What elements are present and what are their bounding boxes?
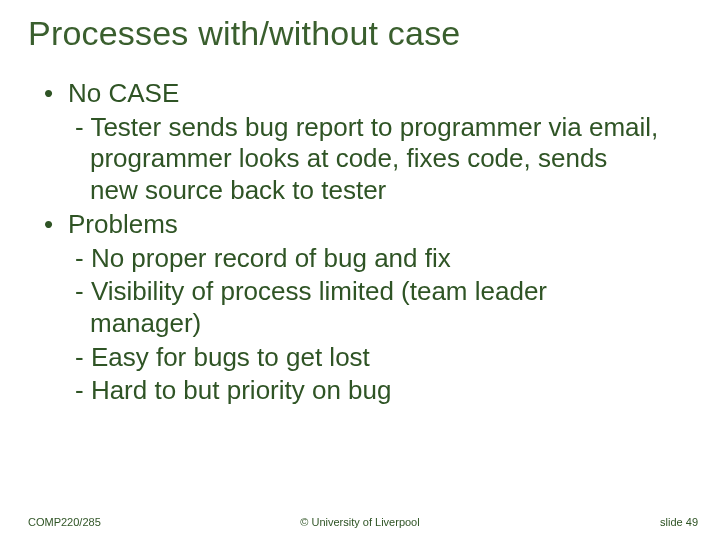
slide: Processes with/without case • No CASE - …: [0, 0, 720, 540]
slide-body: • No CASE - Tester sends bug report to p…: [44, 78, 660, 409]
bullet-dot-icon: •: [44, 78, 53, 110]
footer-center: © University of Liverpool: [0, 516, 720, 528]
bullet-level2: - Hard to but priority on bug: [44, 375, 660, 407]
slide-title: Processes with/without case: [28, 14, 460, 53]
bullet-level2: - Tester sends bug report to programmer …: [44, 112, 660, 207]
bullet-level2: - Visibility of process limited (team le…: [44, 276, 660, 339]
bullet-level2: - Easy for bugs to get lost: [44, 342, 660, 374]
bullet-text: No CASE: [68, 78, 179, 108]
bullet-level2: - No proper record of bug and fix: [44, 243, 660, 275]
bullet-dot-icon: •: [44, 209, 53, 241]
footer-right: slide 49: [660, 516, 698, 528]
bullet-text: Problems: [68, 209, 178, 239]
bullet-level1: • No CASE: [44, 78, 660, 110]
bullet-level1: • Problems: [44, 209, 660, 241]
